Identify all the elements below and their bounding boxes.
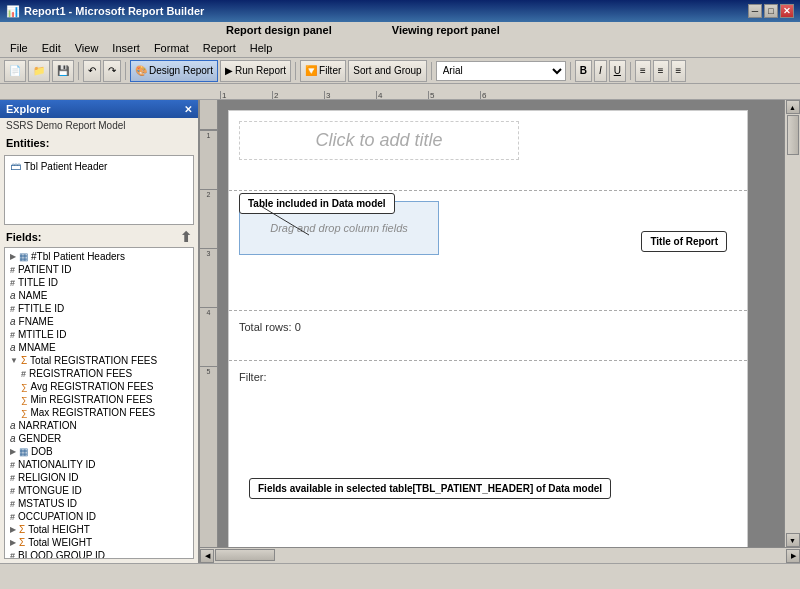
scroll-thumb[interactable] <box>787 115 799 155</box>
menu-bar: File Edit View Insert Format Report Help <box>0 38 800 58</box>
menu-report[interactable]: Report <box>197 40 242 56</box>
undo-button[interactable]: ↶ <box>83 60 101 82</box>
close-button[interactable]: ✕ <box>780 4 794 18</box>
field-name: RELIGION ID <box>18 472 79 483</box>
field-fname[interactable]: a FNAME <box>7 315 191 328</box>
field-narration[interactable]: a NARRATION <box>7 419 191 432</box>
redo-button[interactable]: ↷ <box>103 60 121 82</box>
scroll-down-button[interactable]: ▼ <box>786 533 800 547</box>
field-name: NAME <box>19 290 48 301</box>
hscroll-track[interactable] <box>214 548 786 564</box>
field-religion-id[interactable]: # RELIGION ID <box>7 471 191 484</box>
filter-button[interactable]: 🔽Filter <box>300 60 346 82</box>
italic-button[interactable]: I <box>594 60 607 82</box>
menu-insert[interactable]: Insert <box>106 40 146 56</box>
field-title-id[interactable]: # TITLE ID <box>7 276 191 289</box>
minimize-button[interactable]: ─ <box>748 4 762 18</box>
entity-name: Tbl Patient Header <box>24 161 107 172</box>
field-gender[interactable]: a GENDER <box>7 432 191 445</box>
field-group-total-height[interactable]: ▶ Σ Total HEIGHT <box>7 523 191 536</box>
hash-icon: # <box>21 369 26 379</box>
ruler-ticks: 1 2 3 4 5 6 <box>0 84 800 99</box>
field-name: Max REGISTRATION FEES <box>30 407 155 418</box>
field-name: Total WEIGHT <box>28 537 92 548</box>
horizontal-scrollbar[interactable]: ◀ ▶ <box>200 547 800 563</box>
bold-button[interactable]: B <box>575 60 592 82</box>
hash-icon: # <box>10 512 15 522</box>
maximize-button[interactable]: □ <box>764 4 778 18</box>
menu-format[interactable]: Format <box>148 40 195 56</box>
vertical-scrollbar[interactable]: ▲ ▼ <box>784 100 800 547</box>
field-group-dob[interactable]: ▶ ▦ DOB <box>7 445 191 458</box>
align-left-button[interactable]: ≡ <box>635 60 651 82</box>
run-report-button[interactable]: ▶ Run Report <box>220 60 291 82</box>
explorer-panel: Explorer ✕ SSRS Demo Report Model Entiti… <box>0 100 200 563</box>
vruler-tick-3: 3 <box>200 248 217 257</box>
vertical-ruler: 1 2 3 4 5 <box>200 100 218 547</box>
field-name: REGISTRATION FEES <box>29 368 132 379</box>
fields-add-icon[interactable]: ⬆ <box>180 229 192 245</box>
field-ftitle-id[interactable]: # FTITLE ID <box>7 302 191 315</box>
title-bar: 📊 Report1 - Microsoft Report Builder ─ □… <box>0 0 800 22</box>
hash-icon: # <box>10 551 15 560</box>
align-right-button[interactable]: ≡ <box>671 60 687 82</box>
entity-table-icon: 🗃 <box>10 160 21 172</box>
sum-icon: Σ <box>19 537 25 548</box>
a-icon: a <box>10 290 16 301</box>
ruler-tick-3: 3 <box>324 91 376 99</box>
underline-button[interactable]: U <box>609 60 626 82</box>
save-icon: 💾 <box>57 65 69 76</box>
field-group-total-weight[interactable]: ▶ Σ Total WEIGHT <box>7 536 191 549</box>
vruler-tick-1: 1 <box>200 130 217 139</box>
field-patient-id[interactable]: # PATIENT ID <box>7 263 191 276</box>
field-group-total-reg-fees[interactable]: ▼ Σ Total REGISTRATION FEES <box>7 354 191 367</box>
menu-file[interactable]: File <box>4 40 34 56</box>
entities-list: 🗃 Tbl Patient Header <box>4 155 194 225</box>
explorer-close-button[interactable]: ✕ <box>184 104 192 115</box>
scroll-left-button[interactable]: ◀ <box>200 549 214 563</box>
field-mname[interactable]: a MNAME <box>7 341 191 354</box>
field-nationality-id[interactable]: # NATIONALITY ID <box>7 458 191 471</box>
explorer-header: Explorer ✕ <box>0 100 198 118</box>
field-max-reg-fees[interactable]: ∑ Max REGISTRATION FEES <box>7 406 191 419</box>
align-center-button[interactable]: ≡ <box>653 60 669 82</box>
design-report-button[interactable]: 🎨 Design Report <box>130 60 218 82</box>
scroll-up-button[interactable]: ▲ <box>786 100 800 114</box>
fields-section-label: Fields: <box>6 231 41 243</box>
new-button[interactable]: 📄 <box>4 60 26 82</box>
scroll-track[interactable] <box>785 114 800 533</box>
field-min-reg-fees[interactable]: ∑ Min REGISTRATION FEES <box>7 393 191 406</box>
field-mtitle-id[interactable]: # MTITLE ID <box>7 328 191 341</box>
font-select[interactable]: Arial <box>436 61 566 81</box>
report-title-placeholder[interactable]: Click to add title <box>239 121 519 160</box>
menu-view[interactable]: View <box>69 40 105 56</box>
field-avg-reg-fees[interactable]: ∑ Avg REGISTRATION FEES <box>7 380 191 393</box>
save-button[interactable]: 💾 <box>52 60 74 82</box>
expand-icon: ▶ <box>10 538 16 547</box>
field-mstatus-id[interactable]: # MSTATUS ID <box>7 497 191 510</box>
sum-icon: Σ <box>21 355 27 366</box>
entity-item-tbl-patient-header[interactable]: 🗃 Tbl Patient Header <box>7 158 191 174</box>
field-occupation-id[interactable]: # OCCUPATION ID <box>7 510 191 523</box>
design-panel-label: Report design panel <box>226 24 332 36</box>
field-name: MTONGUE ID <box>18 485 82 496</box>
a-icon: a <box>10 342 16 353</box>
sort-group-button[interactable]: Sort and Group <box>348 60 426 82</box>
open-button[interactable]: 📁 <box>28 60 50 82</box>
menu-help[interactable]: Help <box>244 40 279 56</box>
report-canvas-wrapper[interactable]: Click to add title Drag and drop column … <box>218 100 784 547</box>
field-name: DOB <box>31 446 53 457</box>
horizontal-ruler: 1 2 3 4 5 6 <box>0 84 800 100</box>
field-reg-fees[interactable]: # REGISTRATION FEES <box>7 367 191 380</box>
field-name-field[interactable]: a NAME <box>7 289 191 302</box>
undo-icon: ↶ <box>88 65 96 76</box>
hscroll-thumb[interactable] <box>215 549 275 561</box>
min-icon: ∑ <box>21 395 27 405</box>
menu-edit[interactable]: Edit <box>36 40 67 56</box>
field-mtongue-id[interactable]: # MTONGUE ID <box>7 484 191 497</box>
field-blood-group-id[interactable]: # BLOOD GROUP ID <box>7 549 191 559</box>
scroll-right-button[interactable]: ▶ <box>786 549 800 563</box>
ruler-tick-6: 6 <box>480 91 532 99</box>
title-bar-controls[interactable]: ─ □ ✕ <box>748 4 794 18</box>
field-group-tbl-patient-headers[interactable]: ▶ ▦ #Tbl Patient Headers <box>7 250 191 263</box>
